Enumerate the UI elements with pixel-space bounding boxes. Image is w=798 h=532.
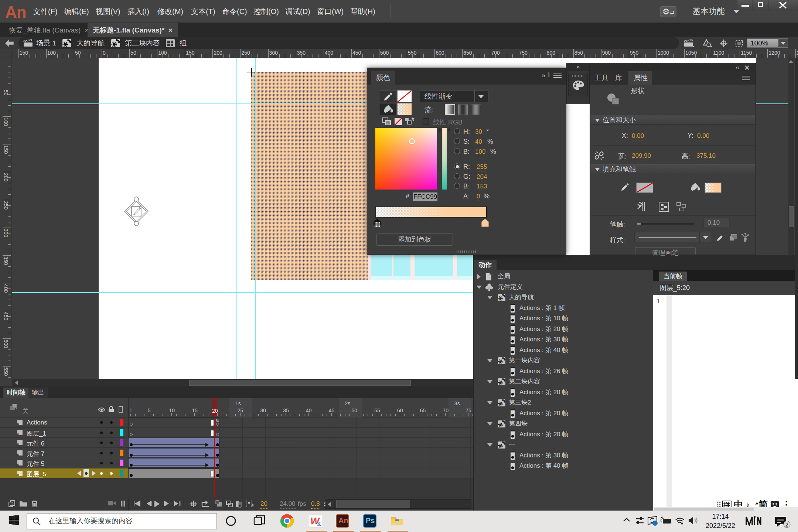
svg-text:2: 2 — [785, 521, 788, 528]
